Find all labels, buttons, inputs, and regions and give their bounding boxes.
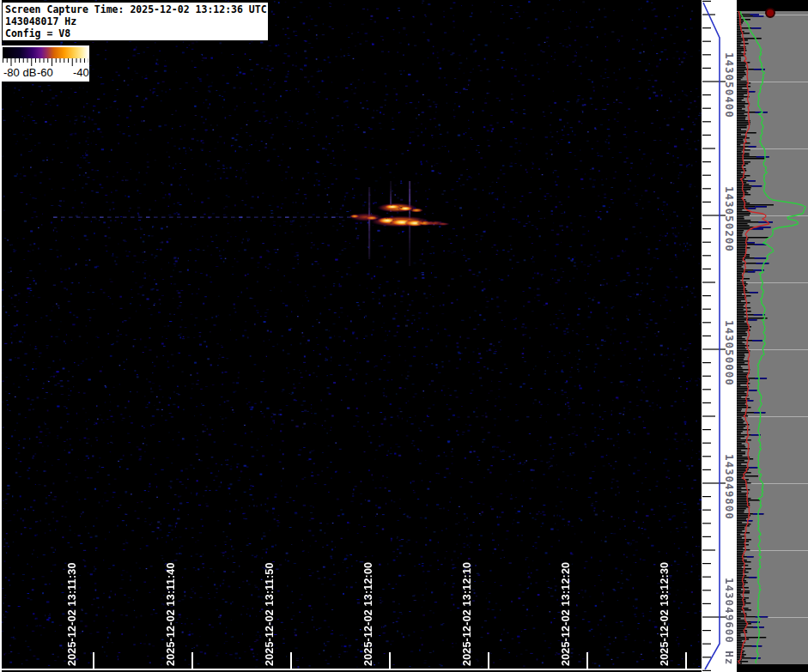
colorbar-label-min: -80 dB — [3, 66, 36, 79]
frequency-label: 143049800 — [723, 454, 736, 520]
time-label: 2025-12-02 13:12:30 — [659, 562, 671, 666]
time-label: 2025-12-02 13:12:10 — [461, 562, 473, 666]
waterfall-display — [0, 0, 702, 672]
frequency-label: 143050400 — [723, 52, 736, 118]
time-label: 2025-12-02 13:11:50 — [264, 562, 276, 666]
config-text: Config = V8 — [5, 27, 268, 39]
time-label: 2025-12-02 13:12:00 — [362, 562, 374, 666]
frequency-label: 143049600 Hz — [723, 578, 736, 665]
amplitude-colorbar: -80 dB -60 -40 — [2, 45, 89, 82]
colorbar-label-max: -40 — [73, 66, 89, 79]
time-label: 2025-12-02 13:12:20 — [560, 562, 572, 666]
spectrum-capture-window: 2025-12-02 13:11:302025-12-02 13:11:4020… — [0, 0, 808, 672]
time-label: 2025-12-02 13:11:30 — [66, 562, 78, 666]
frequency-label: 143050000 — [723, 320, 736, 386]
colorbar-label-mid: -60 — [37, 66, 53, 79]
capture-time-text: Screen Capture Time: 2025-12-02 13:12:36… — [5, 3, 268, 15]
colorbar-ticks-icon — [3, 58, 88, 66]
colorbar-gradient — [3, 47, 88, 58]
spectrum-graph — [737, 0, 808, 672]
frequency-label: 143050200 — [723, 186, 736, 252]
time-label: 2025-12-02 13:11:40 — [165, 562, 177, 666]
frequency-ruler: 1430504001430502001430500001430498001430… — [702, 0, 737, 672]
capture-info-box: Screen Capture Time: 2025-12-02 13:12:36… — [2, 2, 269, 41]
center-frequency-text: 143048017 Hz — [5, 15, 268, 27]
